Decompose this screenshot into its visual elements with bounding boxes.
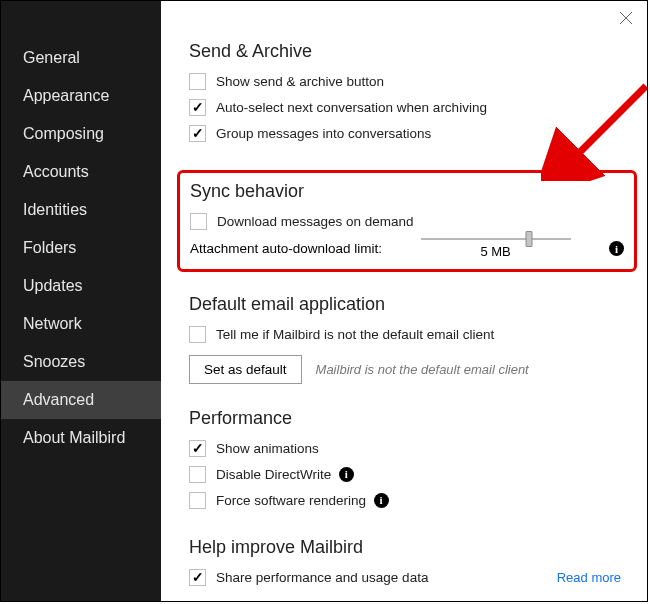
- checkbox-group-messages[interactable]: [189, 125, 206, 142]
- set-as-default-button[interactable]: Set as default: [189, 355, 302, 384]
- checkbox-autoselect-next[interactable]: [189, 99, 206, 116]
- section-title: Send & Archive: [189, 41, 621, 62]
- checkbox-show-animations[interactable]: [189, 440, 206, 457]
- option-row: Download messages on demand: [190, 208, 624, 234]
- sidebar-item-snoozes[interactable]: Snoozes: [1, 343, 161, 381]
- sidebar-item-advanced[interactable]: Advanced: [1, 381, 161, 419]
- sidebar-item-network[interactable]: Network: [1, 305, 161, 343]
- sidebar-item-about[interactable]: About Mailbird: [1, 419, 161, 457]
- option-row: Group messages into conversations: [189, 120, 621, 146]
- option-row: Force software rendering i: [189, 487, 621, 513]
- info-icon[interactable]: i: [374, 493, 389, 508]
- option-label: Force software rendering: [216, 493, 366, 508]
- section-send-archive: Send & Archive Show send & archive butto…: [189, 41, 621, 146]
- option-label: Disable DirectWrite: [216, 467, 331, 482]
- section-performance: Performance Show animations Disable Dire…: [189, 408, 621, 513]
- checkbox-share-usage-data[interactable]: [189, 569, 206, 586]
- option-row: Auto-select next conversation when archi…: [189, 94, 621, 120]
- attachment-limit-slider[interactable]: [421, 238, 571, 240]
- default-app-status: Mailbird is not the default email client: [316, 362, 529, 377]
- sidebar: General Appearance Composing Accounts Id…: [1, 1, 161, 601]
- slider-label: Attachment auto-download limit:: [190, 241, 382, 256]
- section-help-improve: Help improve Mailbird Share performance …: [189, 537, 621, 590]
- info-icon[interactable]: i: [609, 241, 624, 256]
- sidebar-item-updates[interactable]: Updates: [1, 267, 161, 305]
- section-title: Sync behavior: [190, 181, 624, 202]
- close-button[interactable]: [617, 9, 635, 27]
- read-more-link[interactable]: Read more: [557, 570, 621, 585]
- section-title: Default email application: [189, 294, 621, 315]
- section-sync-behavior-highlight: Sync behavior Download messages on deman…: [177, 170, 637, 272]
- slider-wrap: 5 MB: [382, 238, 609, 259]
- option-row: Show animations: [189, 435, 621, 461]
- option-label: Show send & archive button: [216, 74, 384, 89]
- sidebar-item-general[interactable]: General: [1, 39, 161, 77]
- option-label: Tell me if Mailbird is not the default e…: [216, 327, 494, 342]
- option-row: Disable DirectWrite i: [189, 461, 621, 487]
- option-row: Tell me if Mailbird is not the default e…: [189, 321, 621, 347]
- close-icon: [617, 9, 635, 27]
- option-row: Show send & archive button: [189, 68, 621, 94]
- checkbox-force-software-rendering[interactable]: [189, 492, 206, 509]
- option-label: Download messages on demand: [217, 214, 414, 229]
- sidebar-item-folders[interactable]: Folders: [1, 229, 161, 267]
- sidebar-item-composing[interactable]: Composing: [1, 115, 161, 153]
- section-default-app: Default email application Tell me if Mai…: [189, 294, 621, 384]
- default-app-actions: Set as default Mailbird is not the defau…: [189, 355, 621, 384]
- info-icon[interactable]: i: [339, 467, 354, 482]
- attachment-limit-row: Attachment auto-download limit: 5 MB i: [190, 238, 624, 259]
- checkbox-tell-me-default[interactable]: [189, 326, 206, 343]
- section-title: Performance: [189, 408, 621, 429]
- sidebar-item-appearance[interactable]: Appearance: [1, 77, 161, 115]
- settings-window: General Appearance Composing Accounts Id…: [0, 0, 648, 602]
- option-row: Share performance and usage data Read mo…: [189, 564, 621, 590]
- checkbox-disable-directwrite[interactable]: [189, 466, 206, 483]
- option-label: Show animations: [216, 441, 319, 456]
- checkbox-download-on-demand[interactable]: [190, 213, 207, 230]
- sidebar-item-accounts[interactable]: Accounts: [1, 153, 161, 191]
- section-title: Help improve Mailbird: [189, 537, 621, 558]
- sidebar-item-identities[interactable]: Identities: [1, 191, 161, 229]
- option-label: Share performance and usage data: [216, 570, 428, 585]
- content-pane: Send & Archive Show send & archive butto…: [161, 1, 647, 601]
- slider-value: 5 MB: [392, 244, 599, 259]
- slider-thumb[interactable]: [525, 231, 532, 247]
- option-label: Group messages into conversations: [216, 126, 431, 141]
- option-label: Auto-select next conversation when archi…: [216, 100, 487, 115]
- checkbox-show-send-archive[interactable]: [189, 73, 206, 90]
